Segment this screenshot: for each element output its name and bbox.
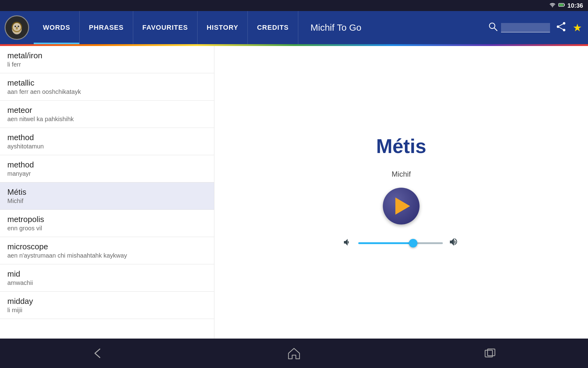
word-michif: aan ferr aen ooshchikatayk bbox=[7, 88, 207, 95]
svg-point-7 bbox=[13, 23, 21, 31]
svg-rect-2 bbox=[559, 4, 563, 6]
word-english: meteor bbox=[7, 105, 207, 115]
svg-line-16 bbox=[558, 23, 564, 27]
volume-low-icon[interactable] bbox=[343, 238, 352, 249]
word-michif: li ferr bbox=[7, 61, 207, 68]
word-michif: ayshitotamun bbox=[7, 143, 207, 150]
word-michif: amwachii bbox=[7, 279, 207, 286]
home-button[interactable] bbox=[282, 341, 306, 366]
svg-point-8 bbox=[15, 26, 16, 27]
detail-language-label: Michif bbox=[392, 170, 411, 178]
play-button-container bbox=[383, 188, 420, 224]
volume-high-icon[interactable] bbox=[449, 237, 459, 250]
word-michif: aen n'aystrumaan chi mishaahtahk kaykway bbox=[7, 252, 207, 259]
word-michif: aen nitwel ka pahkishihk bbox=[7, 116, 207, 123]
app-title: Michif To Go bbox=[298, 22, 482, 33]
tab-words[interactable]: WORDS bbox=[34, 11, 80, 44]
detail-title: Métis bbox=[376, 135, 426, 158]
status-bar: 10:36 bbox=[0, 0, 588, 11]
share-icon[interactable] bbox=[556, 21, 567, 34]
battery-icon bbox=[558, 3, 565, 8]
status-icons: 10:36 bbox=[549, 2, 583, 9]
status-time: 10:36 bbox=[567, 2, 583, 9]
word-michif: li mijii bbox=[7, 307, 207, 314]
play-triangle-icon bbox=[395, 197, 410, 215]
list-item[interactable]: method manyayr bbox=[0, 155, 214, 182]
list-item-selected[interactable]: Métis Michif bbox=[0, 182, 214, 210]
svg-line-17 bbox=[558, 27, 564, 30]
word-michif: manyayr bbox=[7, 170, 207, 177]
search-input[interactable] bbox=[501, 23, 550, 33]
volume-control bbox=[343, 237, 459, 250]
header-actions: ★ bbox=[482, 21, 588, 34]
volume-slider-thumb[interactable] bbox=[409, 239, 417, 247]
list-item[interactable]: midday li mijii bbox=[0, 292, 214, 319]
main-content: metal/iron li ferr metallic aan ferr aen… bbox=[0, 46, 588, 339]
list-item[interactable]: method ayshitotamun bbox=[0, 128, 214, 155]
tab-phrases[interactable]: PHRASES bbox=[80, 11, 133, 44]
list-item[interactable]: meteor aen nitwel ka pahkishihk bbox=[0, 101, 214, 128]
search-container bbox=[488, 22, 550, 34]
list-item[interactable]: metal/iron li ferr bbox=[0, 46, 214, 73]
word-english: metropolis bbox=[7, 215, 207, 224]
word-english: mid bbox=[7, 269, 207, 279]
header: WORDS PHRASES FAVOURITES HISTORY CREDITS… bbox=[0, 11, 588, 44]
play-button[interactable] bbox=[383, 188, 420, 224]
volume-slider-track[interactable] bbox=[358, 242, 443, 244]
word-english: Métis bbox=[7, 187, 207, 197]
favourite-icon[interactable]: ★ bbox=[573, 21, 582, 34]
recents-button[interactable] bbox=[478, 341, 502, 366]
tab-favourites[interactable]: FAVOURITES bbox=[133, 11, 198, 44]
word-english: midday bbox=[7, 297, 207, 306]
word-english: metal/iron bbox=[7, 51, 207, 60]
bottom-nav bbox=[0, 339, 588, 368]
tab-credits[interactable]: CREDITS bbox=[248, 11, 298, 44]
logo-area bbox=[0, 11, 34, 44]
detail-panel: Métis Michif bbox=[214, 46, 588, 339]
back-button[interactable] bbox=[86, 341, 110, 366]
word-english: metallic bbox=[7, 78, 207, 88]
volume-slider-fill bbox=[358, 242, 413, 244]
list-item[interactable]: mid amwachii bbox=[0, 264, 214, 292]
tab-history[interactable]: HISTORY bbox=[198, 11, 248, 44]
wifi-icon bbox=[549, 2, 556, 9]
word-list: metal/iron li ferr metallic aan ferr aen… bbox=[0, 46, 214, 339]
word-english: method bbox=[7, 133, 207, 142]
svg-rect-1 bbox=[564, 4, 565, 6]
search-icon[interactable] bbox=[488, 22, 498, 34]
svg-line-12 bbox=[494, 28, 497, 31]
word-english: microscope bbox=[7, 242, 207, 251]
list-item[interactable]: metropolis enn groos vil bbox=[0, 210, 214, 237]
nav-tabs: WORDS PHRASES FAVOURITES HISTORY CREDITS bbox=[34, 11, 298, 44]
svg-point-10 bbox=[16, 27, 18, 29]
list-item[interactable]: microscope aen n'aystrumaan chi mishaaht… bbox=[0, 237, 214, 264]
svg-point-9 bbox=[18, 26, 19, 27]
list-item[interactable]: metallic aan ferr aen ooshchikatayk bbox=[0, 73, 214, 101]
app-logo bbox=[5, 15, 29, 40]
word-michif: enn groos vil bbox=[7, 225, 207, 232]
word-michif: Michif bbox=[7, 197, 207, 205]
word-english: method bbox=[7, 160, 207, 170]
